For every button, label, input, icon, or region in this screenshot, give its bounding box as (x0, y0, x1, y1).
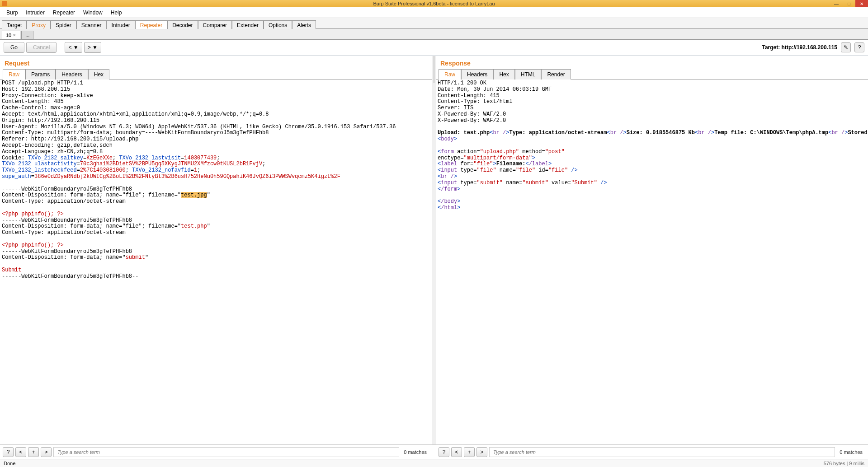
cd: Content-Disposition: form-data; name="fi… (2, 192, 181, 198)
cancel-button[interactable]: Cancel (26, 42, 57, 53)
search-add-button[interactable]: + (28, 447, 39, 457)
subtab-more[interactable]: ... (21, 31, 33, 39)
tag: /label (529, 161, 548, 167)
subtab-label: 10 (6, 33, 11, 38)
forward-button[interactable]: > ▼ (84, 42, 101, 53)
response-tabs: Raw Headers Hex HTML Render (436, 69, 868, 79)
search-prev-button[interactable]: < (451, 447, 462, 457)
chevron-left-icon: < (68, 44, 71, 51)
request-search-input[interactable] (53, 447, 399, 457)
q: " (145, 254, 148, 261)
tab-spider[interactable]: Spider (51, 20, 76, 29)
submit-value: Submit (2, 267, 21, 273)
eq: = (77, 167, 80, 173)
res-tab-raw[interactable]: Raw (439, 69, 461, 79)
menu-window[interactable]: Window (80, 8, 106, 17)
text: Filename: (496, 161, 526, 167)
l: User-Agent: Mozilla/5.0 (Windows NT 6.3;… (2, 124, 396, 130)
tab-scanner[interactable]: Scanner (76, 20, 107, 29)
search-help-button[interactable]: ? (439, 447, 449, 457)
end: ; (217, 155, 220, 161)
tag: br / (831, 130, 844, 136)
req-tab-params[interactable]: Params (25, 69, 56, 79)
response-title: Response (436, 56, 868, 69)
tab-extender[interactable]: Extender (232, 20, 264, 29)
help-button[interactable]: ? (854, 42, 864, 52)
tag: br / (610, 130, 623, 136)
res-tab-html[interactable]: HTML (515, 69, 542, 79)
res-tab-headers[interactable]: Headers (461, 69, 493, 79)
tag: / (597, 180, 604, 186)
tag: < (525, 161, 528, 167)
req-tab-headers[interactable]: Headers (56, 69, 88, 79)
maximize-button[interactable]: □ (843, 0, 855, 7)
ckv: 386e0dZDyaRNdbj2kUWICg%2BoLI%2B%2FNtyBt3… (34, 173, 340, 180)
l: Cache-Control: max-age=0 (2, 105, 80, 111)
attrv: "file" (516, 167, 535, 173)
tag: / (568, 167, 574, 173)
search-next-button[interactable]: > (41, 447, 52, 457)
titlebar: Burp Suite Professional v1.6beta - licen… (0, 0, 868, 7)
edit-target-button[interactable]: ✎ (841, 42, 851, 52)
split-divider[interactable] (432, 56, 436, 444)
close-icon[interactable]: ✕ (13, 33, 16, 37)
statusbar: Done 576 bytes | 9 millis (0, 459, 868, 467)
subtab-10[interactable]: 10✕ (2, 31, 20, 39)
attr: type= (457, 167, 476, 173)
response-search-input[interactable] (489, 447, 835, 457)
close-button[interactable]: ✕ (855, 0, 868, 7)
go-button[interactable]: Go (4, 42, 24, 53)
tab-target[interactable]: Target (2, 20, 27, 29)
search-prev-button[interactable]: < (15, 447, 26, 457)
caret-down-icon: ▼ (92, 44, 98, 51)
window-buttons: — □ ✕ (830, 0, 868, 7)
status-bytes: 576 bytes | 9 millis (824, 461, 864, 466)
size-text: Size: 0.0185546875 Kb (627, 130, 695, 136)
tab-intruder[interactable]: Intruder (106, 20, 135, 29)
search-help-button[interactable]: ? (3, 447, 14, 457)
cds: Content-Disposition: form-data; name=" (2, 254, 126, 261)
l: Referer: http://192.168.200.115/upload.p… (2, 136, 138, 142)
req-tab-hex[interactable]: Hex (88, 69, 109, 79)
ck: TXVo_2132_ulastactivity (2, 161, 77, 167)
response-search: ? < + > 0 matches (436, 445, 868, 459)
attrv: "Submit" (571, 180, 597, 186)
tag: > (457, 186, 460, 192)
tab-proxy[interactable]: Proxy (27, 20, 51, 29)
tag: > (532, 155, 535, 161)
target-label: Target: http://192.168.200.115 (762, 44, 837, 51)
search-add-button[interactable]: + (464, 447, 475, 457)
tab-options[interactable]: Options (264, 20, 292, 29)
tag: /html (441, 205, 457, 211)
menu-burp[interactable]: Burp (3, 8, 21, 17)
search-next-button[interactable]: > (476, 447, 487, 457)
req-tab-raw[interactable]: Raw (3, 69, 25, 79)
tab-alerts[interactable]: Alerts (292, 20, 316, 29)
tag: /form (441, 186, 457, 192)
response-content[interactable]: HTTP/1.1 200 OK Date: Mon, 30 Jun 2014 0… (436, 79, 868, 444)
attr: id= (535, 167, 548, 173)
back-button[interactable]: < ▼ (65, 42, 82, 53)
eq: = (31, 173, 34, 180)
tag: > (604, 180, 607, 186)
attrv: "submit" (522, 180, 548, 186)
menu-repeater[interactable]: Repeater (49, 8, 79, 17)
upload-text: Upload: test.php (438, 130, 490, 136)
tab-decoder[interactable]: Decoder (167, 20, 198, 29)
res-tab-render[interactable]: Render (541, 69, 571, 79)
search-row: ? < + > 0 matches ? < + > 0 matches (0, 444, 868, 459)
tag: input (441, 180, 457, 186)
request-content[interactable]: POST /upload.php HTTP/1.1 Host: 192.168.… (0, 79, 432, 444)
request-search: ? < + > 0 matches (0, 445, 432, 459)
attrv: "file" (548, 167, 568, 173)
attr: for= (457, 161, 473, 167)
menu-intruder[interactable]: Intruder (22, 8, 48, 17)
submit-name: submit (126, 254, 145, 261)
tab-comparer[interactable]: Comparer (198, 20, 232, 29)
res-tab-hex[interactable]: Hex (493, 69, 514, 79)
minimize-button[interactable]: — (830, 0, 843, 7)
eq: = (77, 161, 80, 167)
tab-repeater[interactable]: Repeater (135, 20, 167, 29)
menubar: Burp Intruder Repeater Window Help (0, 7, 868, 18)
menu-help[interactable]: Help (107, 8, 126, 17)
